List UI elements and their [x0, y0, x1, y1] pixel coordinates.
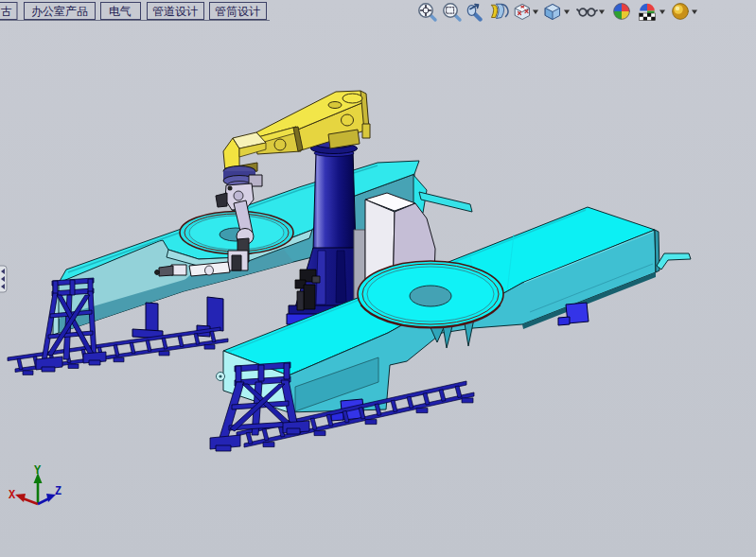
svg-text:古: 古	[1, 5, 12, 18]
svg-text:办公室产品: 办公室产品	[31, 5, 88, 18]
svg-text:电气: 电气	[109, 5, 132, 18]
svg-text:Z: Z	[55, 485, 62, 498]
svg-text:Y: Y	[34, 464, 42, 478]
svg-text:管道设计: 管道设计	[152, 5, 198, 18]
svg-text:管筒设计: 管筒设计	[215, 5, 260, 18]
svg-text:X: X	[9, 489, 16, 502]
